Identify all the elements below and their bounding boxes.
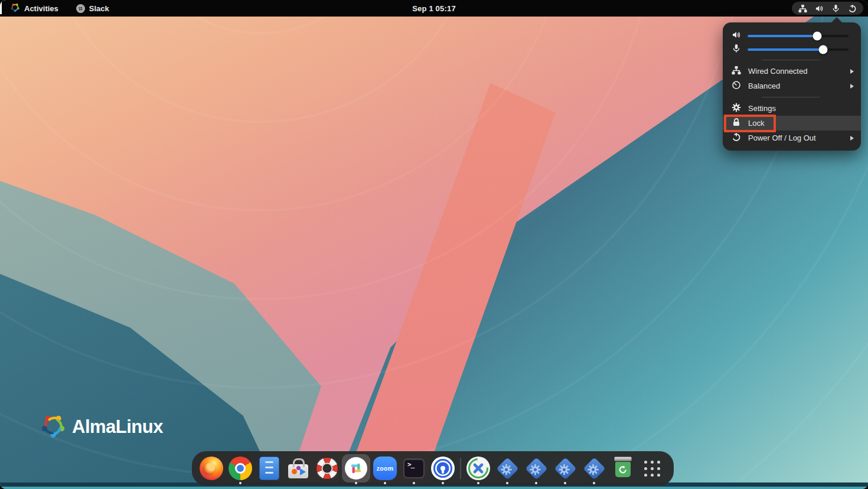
- menu-item-label: Lock: [748, 119, 764, 128]
- dock-item-terminal[interactable]: >_: [402, 457, 426, 480]
- diamond-gear-icon: [496, 457, 518, 480]
- terminal-prompt-glyph: >_: [407, 461, 414, 468]
- dock-item-generic-app-3[interactable]: [553, 457, 577, 480]
- running-indicator-dot: [355, 482, 357, 484]
- menu-item-label: Settings: [748, 104, 776, 113]
- submenu-arrow-icon: [850, 69, 854, 74]
- diamond-gear-icon: [583, 457, 605, 480]
- desktop-screen: AlmaLinux: [0, 0, 868, 489]
- menu-item-label: Balanced: [748, 82, 780, 90]
- menu-item-power-off-log-out[interactable]: Power Off / Log Out: [723, 131, 861, 145]
- x-arrows-app-icon: [466, 457, 490, 480]
- running-indicator-dot: [593, 482, 595, 484]
- speaker-icon: [815, 4, 824, 13]
- chrome-icon: [229, 457, 252, 480]
- microphone-icon: [831, 4, 840, 13]
- dock-item-firefox[interactable]: [200, 457, 223, 480]
- volume-slider-knob[interactable]: [812, 31, 821, 40]
- focused-app-label: Slack: [89, 4, 109, 13]
- clock[interactable]: Sep 1 05:17: [412, 4, 456, 13]
- diamond-gear-icon: [525, 457, 547, 480]
- menu-item-power-profile-balanced[interactable]: Balanced: [723, 79, 861, 93]
- menu-item-label: Power Off / Log Out: [748, 133, 816, 142]
- dock-item-zoom[interactable]: zoom: [373, 457, 397, 480]
- software-bag-icon: [288, 464, 308, 478]
- speaker-icon: [732, 30, 741, 41]
- mic-slider-row: [723, 43, 861, 56]
- running-indicator-dot: [413, 482, 415, 484]
- wired-network-icon: [798, 4, 807, 13]
- focused-app-indicator[interactable]: Slack: [76, 4, 109, 13]
- dock-separator: [460, 458, 461, 479]
- dock-item-files[interactable]: [257, 457, 281, 480]
- slack-icon: [345, 457, 367, 480]
- menu-item-wired-connected[interactable]: Wired Connected: [723, 64, 861, 79]
- life-preserver-icon: [316, 457, 338, 480]
- running-indicator-dot: [442, 482, 444, 484]
- submenu-arrow-icon: [850, 136, 854, 141]
- system-tray-button[interactable]: [792, 2, 863, 15]
- dock-item-1password[interactable]: [431, 457, 455, 480]
- slack-indicator-icon: [76, 4, 85, 13]
- submenu-arrow-icon: [850, 84, 854, 89]
- menu-separator: [762, 97, 820, 97]
- power-icon: [732, 132, 741, 144]
- dock-item-app-grid[interactable]: [640, 457, 664, 480]
- terminal-icon: >_: [403, 458, 425, 478]
- screen-edge-artifact: [0, 2, 2, 14]
- running-indicator-dot: [239, 482, 242, 484]
- wallpaper-bottom-light-band: [0, 487, 868, 489]
- volume-slider-row: [723, 29, 861, 43]
- zoom-icon-label: zoom: [377, 465, 394, 472]
- menu-separator: [762, 60, 820, 60]
- activities-button[interactable]: Activities: [8, 1, 61, 15]
- almalinux-watermark: AlmaLinux: [40, 412, 163, 442]
- dock-item-slack[interactable]: [344, 457, 368, 480]
- running-indicator-dot: [535, 482, 537, 484]
- trash-icon: [611, 457, 635, 480]
- firefox-icon: [200, 457, 223, 480]
- distro-logo-icon: [10, 2, 20, 14]
- running-indicator-dot: [564, 482, 566, 484]
- system-menu: Wired Connected Balanced Settings Lock: [723, 22, 861, 151]
- gauge-icon: [732, 80, 741, 92]
- microphone-icon: [732, 44, 741, 55]
- diamond-gear-icon: [554, 457, 576, 480]
- dock-item-generic-app-1[interactable]: [495, 457, 519, 480]
- almalinux-logo-icon: [40, 412, 67, 442]
- mic-slider-knob[interactable]: [819, 45, 828, 54]
- menu-item-settings[interactable]: Settings: [723, 101, 861, 116]
- dock-item-chrome[interactable]: [229, 457, 252, 480]
- zoom-icon: zoom: [373, 457, 397, 480]
- dock-item-generic-app-4[interactable]: [582, 457, 606, 480]
- wired-network-icon: [732, 66, 741, 77]
- running-indicator-dot: [477, 482, 479, 484]
- dock-item-remote-x[interactable]: [466, 457, 490, 480]
- almalinux-wordmark: AlmaLinux: [72, 416, 163, 438]
- dock-item-help[interactable]: [315, 457, 339, 480]
- power-icon: [848, 4, 857, 13]
- 1password-icon: [431, 457, 455, 480]
- lock-icon: [732, 118, 741, 129]
- dock-item-generic-app-2[interactable]: [524, 457, 548, 480]
- dock-item-trash[interactable]: [611, 457, 635, 480]
- gear-icon: [732, 103, 741, 114]
- running-indicator-dot: [506, 482, 508, 484]
- running-indicator-dot: [384, 482, 386, 484]
- dock-item-software[interactable]: [286, 457, 310, 480]
- dock: zoom >_: [192, 451, 674, 485]
- app-grid-icon: [644, 461, 660, 477]
- volume-slider[interactable]: [748, 35, 849, 37]
- mic-slider[interactable]: [748, 48, 849, 51]
- menu-item-label: Wired Connected: [748, 67, 807, 76]
- top-bar: Activities Slack Sep 1 05:17: [0, 0, 868, 17]
- activities-label: Activities: [24, 4, 58, 13]
- menu-item-lock[interactable]: Lock: [723, 116, 861, 131]
- file-cabinet-icon: [259, 457, 279, 480]
